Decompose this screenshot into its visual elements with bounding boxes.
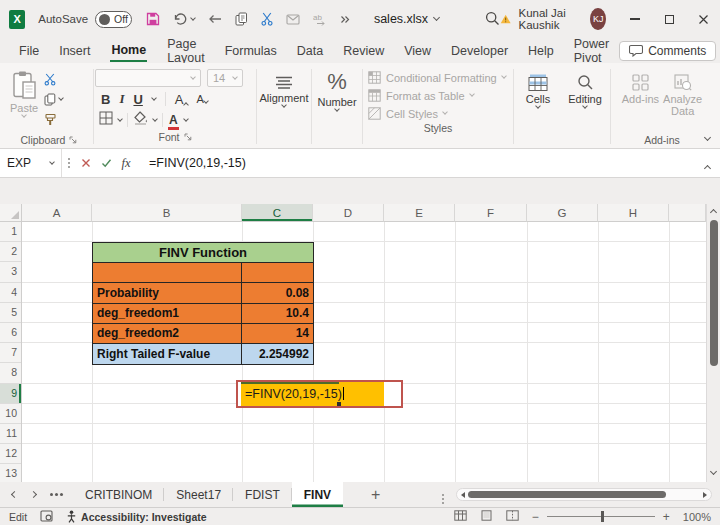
addins-button[interactable]: Add-ins bbox=[622, 65, 659, 132]
undo-button[interactable] bbox=[173, 13, 195, 26]
editing-button[interactable]: Editing bbox=[561, 65, 609, 108]
horizontal-scroll-thumb[interactable] bbox=[468, 491, 666, 498]
row-header-2[interactable]: 2 bbox=[0, 242, 21, 262]
row-header-11[interactable]: 11 bbox=[0, 424, 21, 444]
enter-button[interactable] bbox=[96, 158, 116, 168]
zoom-slider[interactable] bbox=[547, 516, 655, 517]
accessibility-status[interactable]: Accessibility: Investigate bbox=[66, 510, 206, 523]
row-header-8[interactable]: 8 bbox=[0, 363, 21, 383]
tab-home[interactable]: Home bbox=[100, 38, 157, 63]
cell-B6[interactable]: deg_freedom2 bbox=[93, 324, 242, 343]
sheet-tab-critbinom[interactable]: CRITBINOM bbox=[73, 482, 164, 507]
tab-help[interactable]: Help bbox=[518, 38, 564, 63]
prev-sheet-arrow[interactable] bbox=[11, 491, 18, 498]
zoom-level[interactable]: 100% bbox=[683, 511, 711, 523]
next-sheet-arrow[interactable] bbox=[30, 491, 37, 498]
zoom-in-button[interactable]: + bbox=[663, 510, 670, 524]
autosave-toggle[interactable]: Off bbox=[95, 11, 132, 28]
borders-dropdown[interactable] bbox=[117, 116, 123, 122]
row-header-10[interactable]: 10 bbox=[0, 404, 21, 424]
copy-button-qat[interactable] bbox=[235, 12, 248, 26]
mail-button[interactable] bbox=[286, 14, 300, 25]
fill-color-button[interactable] bbox=[133, 111, 148, 129]
number-button[interactable]: % Number bbox=[313, 65, 361, 111]
font-name-select[interactable] bbox=[95, 69, 201, 87]
tab-review[interactable]: Review bbox=[333, 38, 394, 63]
column-header-G[interactable]: G bbox=[527, 204, 598, 222]
scroll-down-arrow[interactable] bbox=[710, 468, 717, 475]
alignment-button[interactable]: Alignment bbox=[258, 65, 310, 107]
dialog-launcher-icon[interactable] bbox=[69, 136, 77, 144]
close-button[interactable] bbox=[686, 0, 720, 38]
column-header-B[interactable]: B bbox=[92, 204, 242, 222]
maximize-button[interactable] bbox=[652, 0, 686, 38]
analyze-data-button[interactable]: Analyze Data bbox=[663, 65, 702, 132]
underline-button[interactable]: U bbox=[133, 92, 142, 107]
tab-view[interactable]: View bbox=[394, 38, 441, 63]
insert-function-button[interactable]: fx bbox=[116, 156, 136, 171]
cell-styles-button[interactable]: Cell Styles bbox=[368, 107, 512, 120]
shrink-font-button[interactable]: A bbox=[197, 93, 208, 105]
row-header-6[interactable]: 6 bbox=[0, 323, 21, 343]
row-header-4[interactable]: 4 bbox=[0, 283, 21, 303]
scroll-left-arrow[interactable] bbox=[461, 492, 465, 498]
avatar[interactable]: KJ bbox=[590, 8, 606, 30]
column-header-F[interactable]: F bbox=[455, 204, 527, 222]
cell-C4[interactable]: 0.08 bbox=[242, 283, 313, 302]
scroll-up-arrow[interactable] bbox=[710, 209, 717, 216]
cell-B3[interactable] bbox=[93, 263, 242, 282]
search-button[interactable] bbox=[485, 11, 500, 28]
formula-bar-input[interactable]: =FINV(20,19,-15) bbox=[149, 156, 246, 170]
row-header-7[interactable]: 7 bbox=[0, 343, 21, 363]
zoom-out-button[interactable]: − bbox=[532, 510, 539, 524]
scroll-right-arrow[interactable] bbox=[703, 492, 707, 498]
select-all-corner[interactable] bbox=[0, 204, 22, 222]
new-sheet-button[interactable]: + bbox=[371, 482, 380, 507]
cut-button[interactable] bbox=[44, 73, 63, 86]
tab-developer[interactable]: Developer bbox=[441, 38, 518, 63]
sheet-options-kebab[interactable] bbox=[442, 494, 444, 496]
cell-B4[interactable]: Probability bbox=[93, 283, 242, 302]
underline-dropdown[interactable] bbox=[151, 95, 157, 101]
back-button[interactable] bbox=[208, 14, 222, 24]
document-title[interactable]: sales.xlsx bbox=[374, 12, 439, 26]
page-layout-view-button[interactable] bbox=[480, 510, 493, 523]
column-header-A[interactable]: A bbox=[22, 204, 92, 222]
dialog-launcher-icon[interactable] bbox=[184, 133, 192, 141]
horizontal-scrollbar[interactable] bbox=[456, 488, 712, 501]
cell-C7[interactable]: 2.254992 bbox=[242, 344, 313, 364]
save-button[interactable] bbox=[146, 12, 160, 26]
fill-color-dropdown[interactable] bbox=[152, 116, 158, 122]
sheet-tab-finv[interactable]: FINV bbox=[292, 482, 343, 507]
column-header-C[interactable]: C bbox=[242, 204, 313, 222]
column-header-E[interactable]: E bbox=[384, 204, 455, 222]
normal-view-button[interactable] bbox=[454, 510, 467, 523]
font-color-button[interactable]: A bbox=[168, 113, 179, 127]
cells-button[interactable]: Cells bbox=[515, 65, 561, 108]
sheet-tab-sheet17[interactable]: Sheet17 bbox=[164, 482, 233, 507]
grow-font-button[interactable]: A bbox=[175, 92, 188, 107]
format-as-table-button[interactable]: Format as Table bbox=[368, 89, 512, 102]
row-header-13[interactable]: 13 bbox=[0, 464, 21, 482]
paste-button[interactable]: Paste bbox=[10, 65, 38, 132]
vertical-scroll-thumb[interactable] bbox=[710, 220, 718, 366]
column-header-partial[interactable] bbox=[669, 204, 706, 222]
tab-page-layout[interactable]: Page Layout bbox=[157, 38, 215, 63]
sheet-list-dots[interactable] bbox=[50, 493, 53, 496]
vertical-scrollbar[interactable] bbox=[706, 204, 720, 482]
cell-C5[interactable]: 10.4 bbox=[242, 304, 313, 323]
conditional-formatting-button[interactable]: Conditional Formatting bbox=[368, 71, 512, 84]
font-color-dropdown[interactable] bbox=[183, 116, 189, 122]
cell-B7[interactable]: Right Tailed F-value bbox=[93, 344, 242, 364]
italic-button[interactable]: I bbox=[119, 91, 124, 107]
name-box[interactable]: EXP bbox=[0, 149, 62, 177]
qat-overflow-button[interactable] bbox=[340, 15, 350, 24]
cell-B5[interactable]: deg_freedom1 bbox=[93, 304, 242, 323]
collapse-formula-bar-button[interactable] bbox=[705, 154, 720, 172]
cell-B2-title[interactable]: FINV Function bbox=[93, 243, 313, 263]
column-header-D[interactable]: D bbox=[313, 204, 384, 222]
tab-power-pivot[interactable]: Power Pivot bbox=[564, 38, 619, 63]
sheet-tab-fdist[interactable]: FDIST bbox=[233, 482, 292, 507]
page-break-view-button[interactable] bbox=[506, 510, 519, 523]
comments-button[interactable]: Comments bbox=[619, 41, 716, 61]
